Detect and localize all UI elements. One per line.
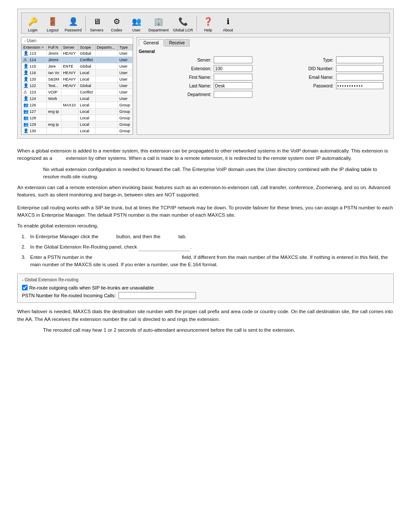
cell-scope: Local: [78, 128, 95, 134]
cell-scope: Local: [78, 76, 95, 83]
did-label: DID Number:: [259, 66, 333, 71]
type-input[interactable]: [336, 56, 383, 63]
cell-dept: [95, 70, 118, 76]
cell-name: eng ip: [47, 121, 62, 128]
department-input[interactable]: [214, 91, 252, 98]
user-list-panel: - User- Extension > Full N Server Scope …: [21, 37, 133, 135]
cell-name: [47, 115, 62, 121]
table-row[interactable]: 👤 130 Local Group: [22, 128, 133, 134]
cell-dept: [95, 102, 118, 109]
login-icon: 🔑: [27, 16, 39, 28]
email-label: Email Name:: [259, 75, 333, 80]
toolbar-servers[interactable]: 🖥 Servers: [87, 15, 106, 33]
cell-server: HEAVY: [62, 70, 78, 76]
toolbar-about[interactable]: ℹ About: [218, 15, 237, 33]
cell-type: Group: [118, 128, 132, 134]
row-icon: 👤: [23, 96, 28, 101]
cell-scope: Local: [78, 96, 95, 102]
table-row[interactable]: ⚠ 114 Jimmi Conflict User: [22, 57, 133, 63]
cell-ext: ⚠ 123: [22, 89, 47, 96]
lastname-input[interactable]: [214, 82, 252, 89]
cell-scope: Local: [78, 109, 95, 115]
help-label: Help: [204, 28, 212, 32]
step-1: 1. In Enterprise Manager click the butto…: [30, 233, 394, 240]
cell-server: HEAVY: [62, 50, 78, 57]
email-input[interactable]: [336, 74, 383, 81]
cell-server: HEAVY: [62, 76, 78, 83]
cell-name: Jimmi: [47, 57, 62, 63]
server-input[interactable]: [214, 56, 252, 63]
table-row[interactable]: 👤 124 Work Local User: [22, 96, 133, 102]
cell-type: Group: [118, 102, 132, 109]
toolbar-codes[interactable]: ⚙ Codes: [107, 15, 126, 33]
cell-server: [62, 128, 78, 134]
cell-ext: 👥 129: [22, 121, 47, 128]
body-content: When a global extension is added to a me…: [17, 147, 394, 199]
cell-server: MAX10: [62, 102, 78, 109]
cell-ext: 👥 127: [22, 109, 47, 115]
detail-panel: General Receive General Server: Type: Ex…: [137, 37, 390, 135]
table-row[interactable]: 👥 128 Local Group: [22, 115, 133, 121]
row-icon: 👥: [23, 103, 28, 108]
type-label: Type:: [259, 58, 333, 62]
step-2: 2. In the Global Extension Re-Routing pa…: [30, 243, 394, 251]
cell-type: User: [118, 96, 132, 102]
cell-server: [62, 89, 78, 96]
toolbar-login[interactable]: 🔑 Login: [23, 15, 42, 33]
para4: To enable global extension rerouting,: [17, 222, 394, 230]
cell-ext: 👤 113: [22, 50, 47, 57]
box-title: - Global Extension Re-routing: [22, 277, 389, 282]
reroute-checkbox[interactable]: [22, 285, 28, 290]
toolbar-user[interactable]: 👥 User: [127, 15, 146, 33]
indented-para2: The rerouted call may hear 1 or 2 second…: [43, 327, 394, 334]
tab-general[interactable]: General: [139, 39, 164, 47]
toolbar-separator-1: [85, 16, 86, 31]
toolbar-separator-2: [196, 16, 197, 31]
password-label: Password:: [259, 84, 333, 88]
cell-name: [47, 128, 62, 134]
firstname-label: First Name:: [139, 75, 211, 80]
about-icon: ℹ: [222, 16, 234, 28]
lastname-label: Last Name:: [139, 84, 211, 88]
firstname-input[interactable]: [214, 74, 252, 81]
table-row[interactable]: ⚠ 123 VOIP Conflict User: [22, 89, 133, 96]
table-row[interactable]: 👤 113 Jimmi HEAVY Global User: [22, 50, 133, 57]
para3: Enterprise call routing works with a SIP…: [17, 204, 394, 219]
server-label: Server:: [139, 58, 211, 62]
table-row[interactable]: 👥 126 MAX10 Local Group: [22, 102, 133, 109]
cell-server: [62, 57, 78, 63]
table-row[interactable]: 👥 127 eng tp Local Group: [22, 109, 133, 115]
row-icon: 👤: [23, 70, 28, 75]
col-server: Server: [62, 45, 78, 50]
table-row[interactable]: 👤 116 Ian Vo HEAVY Local User: [22, 70, 133, 76]
cell-scope: Local: [78, 115, 95, 121]
col-type: Type: [118, 45, 132, 50]
did-input[interactable]: [336, 65, 383, 72]
col-extension: Extension >: [22, 45, 47, 50]
cell-dept: [95, 121, 118, 128]
password-input[interactable]: [336, 82, 383, 89]
toolbar-password[interactable]: 👤 Password: [63, 15, 84, 33]
cell-name: Work: [47, 96, 62, 102]
extension-input[interactable]: [214, 65, 252, 72]
pstn-input[interactable]: [118, 292, 196, 299]
table-row[interactable]: 👤 115 Jere ENTE Global User: [22, 63, 133, 70]
table-row[interactable]: 👥 129 eng ip Local Group: [22, 121, 133, 128]
cell-ext: 👤 122: [22, 83, 47, 89]
toolbar-logout[interactable]: 🚪 Logout: [43, 15, 62, 33]
logout-label: Logout: [47, 28, 59, 32]
tab-bar: General Receive: [139, 39, 388, 47]
toolbar-help[interactable]: ❓ Help: [199, 15, 218, 33]
toolbar-department[interactable]: 🏢 Department: [147, 15, 171, 33]
cell-scope: Local: [78, 102, 95, 109]
toolbar-global-lcr[interactable]: 📞 Global LCR: [171, 15, 195, 33]
checkbox-row: Re-route outgoing calls when SIP tie-tru…: [22, 285, 389, 290]
tab-receive[interactable]: Receive: [165, 39, 190, 47]
table-row[interactable]: 👤 120 S&SM HEAVY Local User: [22, 76, 133, 83]
cell-server: [62, 96, 78, 102]
user-icon: 👥: [131, 16, 143, 28]
row-icon: 👥: [23, 109, 28, 114]
step-3: 3. Enter a PSTN number in the field, if …: [30, 254, 394, 269]
user-form: Server: Type: Extension: DID Number: Fir…: [139, 56, 388, 98]
table-row[interactable]: 👤 122 Test... HEAVY Global User: [22, 83, 133, 89]
